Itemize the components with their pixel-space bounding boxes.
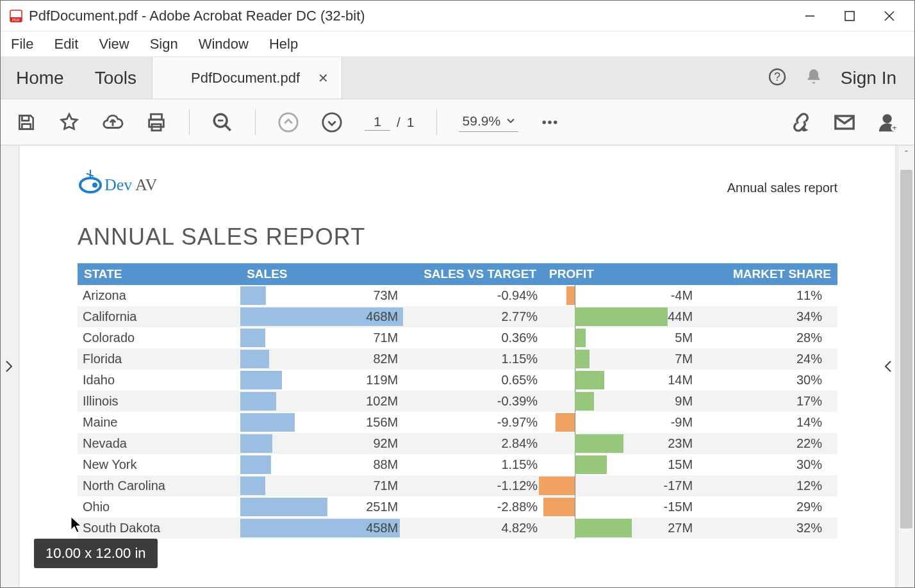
cell-profit: 15M [543,454,698,475]
tab-home[interactable]: Home [1,57,79,99]
menu-sign[interactable]: Sign [146,33,182,55]
close-button[interactable] [870,1,909,31]
cell-sales-vs-target: -2.88% [403,496,543,518]
zoom-icon[interactable] [211,111,233,133]
minimize-button[interactable] [790,1,830,31]
cell-state: South Dakota [78,518,240,539]
cell-state: California [78,306,240,327]
zoom-value: 59.9% [463,113,501,129]
sign-in-link[interactable]: Sign In [841,68,896,88]
cell-state: Maine [78,412,240,433]
titlebar: PDF PdfDocument.pdf - Adobe Acrobat Read… [1,1,914,31]
cell-market-share: 11% [698,285,837,306]
account-icon[interactable]: + [877,111,899,133]
cell-sales-vs-target: 0.65% [403,370,543,391]
cell-profit: 27M [543,518,698,539]
cell-market-share: 14% [698,412,837,433]
cell-profit: 23M [543,433,698,454]
tab-tools[interactable]: Tools [79,57,152,99]
cell-state: Florida [78,348,240,370]
menu-view[interactable]: View [95,33,133,55]
cell-sales-vs-target: -0.39% [403,391,543,412]
star-icon[interactable] [58,111,80,133]
page-total: 1 [407,115,415,130]
share-link-icon[interactable] [790,111,812,133]
cell-profit: -17M [543,475,698,496]
email-icon[interactable] [834,111,855,133]
cell-sales-vs-target: 2.77% [403,306,543,327]
header-svt: SALES VS TARGET [403,263,543,285]
cell-sales-vs-target: -9.97% [403,412,543,433]
print-icon[interactable] [145,111,167,133]
svg-line-15 [225,125,231,131]
cell-sales: 73M [240,285,403,306]
cell-profit: 14M [543,370,698,391]
cell-sales: 156M [240,412,403,433]
menu-help[interactable]: Help [265,33,302,55]
tab-close-icon[interactable]: ✕ [318,70,329,86]
cell-market-share: 17% [698,391,837,412]
zoom-dropdown[interactable]: 59.9% [459,112,519,132]
page-down-icon[interactable] [321,111,343,133]
chevron-down-icon [507,117,515,125]
svg-point-26 [80,178,101,192]
table-row: Colorado71M0.36%5M28% [78,327,837,348]
cell-sales-vs-target: -1.12% [403,475,543,496]
cell-sales: 92M [240,433,403,454]
page-up-icon[interactable] [277,111,299,133]
cell-market-share: 29% [698,496,837,518]
vertical-scrollbar[interactable]: ˆ [898,145,914,587]
svg-text:Dev: Dev [104,176,132,194]
panel-expand-right[interactable] [881,352,895,380]
svg-text:+: + [892,122,896,132]
pdf-file-icon: PDF [10,10,22,22]
table-row: South Dakota458M4.82%27M32% [78,518,837,539]
panel-expand-left[interactable] [2,352,16,380]
page-current-input[interactable] [365,113,390,131]
save-icon[interactable] [16,112,37,133]
help-icon[interactable]: ? [768,67,787,89]
cell-profit: 7M [543,348,698,370]
cell-sales-vs-target: 4.82% [403,518,543,539]
cell-market-share: 34% [698,306,837,327]
svg-rect-4 [845,12,854,20]
cell-sales-vs-target: 1.15% [403,454,543,475]
bell-icon[interactable] [805,68,823,88]
scroll-up-icon[interactable]: ˆ [898,149,914,159]
svg-point-19 [543,120,547,124]
cell-state: Idaho [78,370,240,391]
cell-sales-vs-target: 2.84% [403,433,543,454]
header-profit: PROFIT [543,263,698,285]
cell-market-share: 12% [698,475,837,496]
svg-point-18 [323,113,341,131]
table-row: Illinois102M-0.39%9M17% [78,391,837,412]
menu-edit[interactable]: Edit [50,33,82,55]
menu-window[interactable]: Window [195,33,252,55]
svg-point-27 [92,183,97,188]
scrollbar-thumb[interactable] [900,170,912,528]
cell-state: North Carolina [78,475,240,496]
sales-table: STATE SALES SALES VS TARGET PROFIT MARKE… [78,263,837,539]
cell-market-share: 30% [698,454,837,475]
more-icon[interactable] [540,113,559,132]
table-row: Ohio251M-2.88%-15M29% [78,496,837,518]
cell-state: Ohio [78,496,240,518]
window-title: PdfDocument.pdf - Adobe Acrobat Reader D… [29,8,790,24]
menubar: File Edit View Sign Window Help [1,31,914,57]
cell-market-share: 32% [698,518,837,539]
svg-rect-9 [22,115,29,120]
cell-state: Illinois [78,391,240,412]
menu-file[interactable]: File [7,33,37,55]
cell-profit: -9M [543,412,698,433]
document-area: Dev AV Annual sales report ANNUAL SALES … [1,145,914,587]
page-separator: / [397,115,400,130]
table-row: California468M2.77%44M34% [78,306,837,327]
cell-sales: 82M [240,348,403,370]
cell-sales: 119M [240,370,403,391]
cell-sales-vs-target: 0.36% [403,327,543,348]
cloud-upload-icon[interactable] [102,111,124,133]
cell-market-share: 24% [698,348,837,370]
pdf-page: Dev AV Annual sales report ANNUAL SALES … [20,145,895,587]
maximize-button[interactable] [830,1,870,31]
tab-document[interactable]: PdfDocument.pdf ✕ [152,57,342,99]
